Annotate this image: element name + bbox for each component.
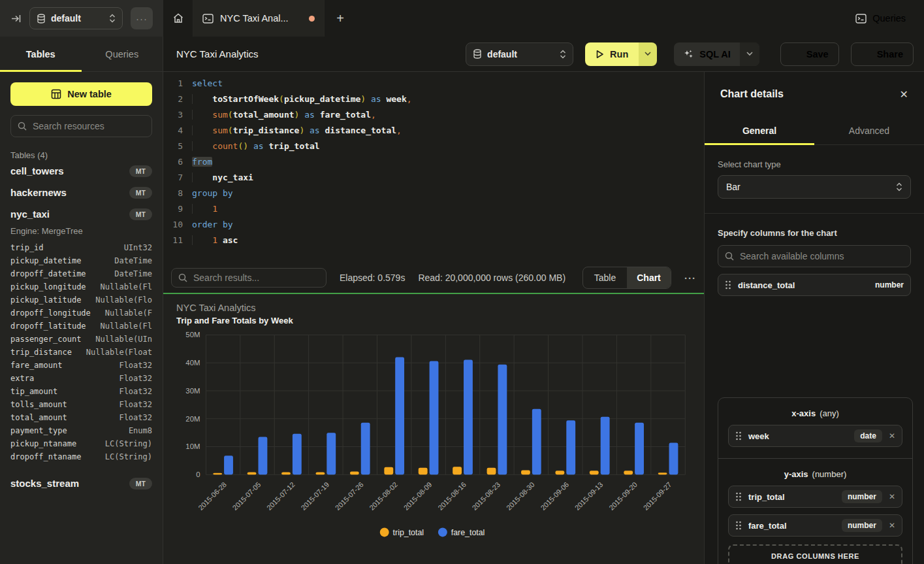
column-row: passenger_countNullable(UIn xyxy=(10,333,152,346)
more-options-button[interactable]: ··· xyxy=(131,7,153,29)
query-controls: default Run xyxy=(466,42,914,66)
new-table-button[interactable]: New table xyxy=(10,82,152,106)
pill-type-badge: number xyxy=(842,519,882,532)
svg-text:2015-08-09: 2015-08-09 xyxy=(402,480,434,512)
column-pill-week[interactable]: weekdate✕ xyxy=(728,425,902,447)
svg-text:2015-08-23: 2015-08-23 xyxy=(470,480,502,512)
column-row: pickup_latitudeNullable(Flo xyxy=(10,293,152,307)
table-row-cell_towers[interactable]: cell_towersMT xyxy=(10,160,152,182)
svg-text:2015-07-19: 2015-07-19 xyxy=(299,480,330,512)
sql-ai-main[interactable]: SQL AI xyxy=(674,42,740,66)
table-icon xyxy=(51,89,61,99)
home-icon xyxy=(172,12,184,24)
column-row: dropoff_latitudeNullable(Fl xyxy=(10,320,152,333)
rows-read: Read: 20,000,000 rows (260.00 MB) xyxy=(418,273,566,283)
svg-text:40M: 40M xyxy=(185,359,200,367)
table-row-nyc_taxi[interactable]: nyc_taxiMT xyxy=(10,203,152,225)
remove-column-icon[interactable]: ✕ xyxy=(889,431,895,440)
code-line-10: 10order by xyxy=(163,217,704,233)
line-number: 2 xyxy=(163,91,183,107)
new-tab-button[interactable]: + xyxy=(325,0,356,37)
x-axis-heading: x-axis(any) xyxy=(728,406,902,418)
line-number: 7 xyxy=(163,170,183,186)
svg-text:0: 0 xyxy=(196,471,200,478)
svg-text:2015-07-26: 2015-07-26 xyxy=(334,480,365,512)
sql-ai-options-button[interactable] xyxy=(740,42,759,66)
chart-details-panel: Chart details ✕ GeneralAdvanced Select c… xyxy=(704,72,924,564)
y-axis-title: y-axis xyxy=(784,469,808,479)
column-row: dropoff_ntanameLC(String) xyxy=(10,450,152,463)
code-line-1: 1select xyxy=(163,76,704,91)
database-icon xyxy=(473,49,482,59)
drag-columns-drop-zone[interactable]: DRAG COLUMNS HERE xyxy=(728,544,902,564)
sidebar: TablesQueries New table Tables (4) cell_… xyxy=(0,37,163,564)
remove-column-icon[interactable]: ✕ xyxy=(889,492,895,501)
engine-badge: MT xyxy=(129,208,152,220)
bar-chart[interactable]: 010M20M30M40M50M2015-06-282015-07-052015… xyxy=(163,294,704,564)
column-row: dropoff_longitudeNullable(F xyxy=(10,307,152,320)
view-toggle-table[interactable]: Table xyxy=(583,267,627,288)
column-pill-fare_total[interactable]: fare_totalnumber✕ xyxy=(728,514,902,537)
sql-editor[interactable]: 1select2 toStartOfWeek(pickup_datetime) … xyxy=(163,72,704,263)
view-toggle-chart[interactable]: Chart xyxy=(627,267,671,288)
table-name: stocks_stream xyxy=(10,478,79,489)
column-pill-trip_total[interactable]: trip_totalnumber✕ xyxy=(728,486,902,508)
remove-column-icon[interactable]: ✕ xyxy=(889,521,895,530)
query-header: NYC Taxi Analytics default xyxy=(163,37,924,72)
queries-button[interactable]: Queries xyxy=(855,13,906,24)
svg-text:2015-09-20: 2015-09-20 xyxy=(607,480,639,512)
y-axis-constraint: (number) xyxy=(812,469,847,479)
collapse-sidebar-icon[interactable] xyxy=(10,13,22,24)
svg-text:20M: 20M xyxy=(185,415,200,423)
column-pill-distance_total[interactable]: distance_totalnumber xyxy=(718,274,911,296)
pill-name: trip_total xyxy=(748,492,785,502)
view-toggle: TableChart xyxy=(582,267,671,289)
svg-text:2015-08-02: 2015-08-02 xyxy=(368,480,399,512)
tab-nyc-taxi-analytics[interactable]: NYC Taxi Anal... xyxy=(193,0,325,37)
columns-search-input[interactable] xyxy=(740,251,904,261)
close-icon[interactable]: ✕ xyxy=(900,88,908,101)
run-label: Run xyxy=(610,49,628,59)
run-button-main[interactable]: Run xyxy=(585,42,639,66)
code-line-2: 2 toStartOfWeek(pickup_datetime) as week… xyxy=(163,91,704,107)
details-tab-advanced[interactable]: Advanced xyxy=(814,116,924,144)
top-bar-right: Queries xyxy=(855,0,924,37)
column-row: pickup_longitudeNullable(Fl xyxy=(10,280,152,293)
table-row-hackernews[interactable]: hackernewsMT xyxy=(10,182,152,203)
line-number: 3 xyxy=(163,107,183,123)
sql-ai-label: SQL AI xyxy=(699,49,731,59)
database-selector[interactable]: default xyxy=(29,7,123,29)
sidebar-tab-tables[interactable]: Tables xyxy=(0,37,82,71)
save-button[interactable]: Save xyxy=(780,42,839,66)
chart-panel: NYC Taxi Analytics Trip and Fare Totals … xyxy=(163,293,704,564)
pill-type-badge: number xyxy=(875,280,904,290)
home-tab[interactable] xyxy=(163,0,193,37)
resources-search-input[interactable] xyxy=(33,121,145,131)
details-tab-general[interactable]: General xyxy=(705,116,814,144)
save-icon xyxy=(791,49,801,59)
chart-type-label: Select chart type xyxy=(718,159,911,169)
svg-text:2015-08-30: 2015-08-30 xyxy=(505,480,536,512)
run-button[interactable]: Run xyxy=(585,42,657,66)
line-number: 5 xyxy=(163,139,183,154)
share-button[interactable]: Share xyxy=(851,42,914,66)
svg-text:2015-07-12: 2015-07-12 xyxy=(265,480,296,512)
run-options-button[interactable] xyxy=(639,42,657,66)
query-database-value: default xyxy=(487,49,517,59)
query-database-selector[interactable]: default xyxy=(466,42,573,66)
line-number: 6 xyxy=(163,154,183,170)
table-name: cell_towers xyxy=(10,165,64,176)
engine-badge: MT xyxy=(129,187,152,199)
top-bar: default ··· NYC Taxi Anal... + Queries xyxy=(0,0,924,37)
sidebar-tab-queries[interactable]: Queries xyxy=(82,37,163,71)
chart-type-select[interactable]: Bar xyxy=(718,175,911,199)
results-more-button[interactable]: ··· xyxy=(684,273,696,284)
column-row: payment_typeEnum8 xyxy=(10,424,152,437)
database-value: default xyxy=(51,13,81,24)
svg-text:30M: 30M xyxy=(185,387,200,395)
code-line-7: 7 nyc_taxi xyxy=(163,170,704,186)
results-search-input[interactable] xyxy=(193,273,319,283)
sql-ai-button[interactable]: SQL AI xyxy=(674,42,759,66)
table-row-stocks_stream[interactable]: stocks_streamMT xyxy=(10,473,152,494)
pill-type-badge: date xyxy=(854,429,882,442)
